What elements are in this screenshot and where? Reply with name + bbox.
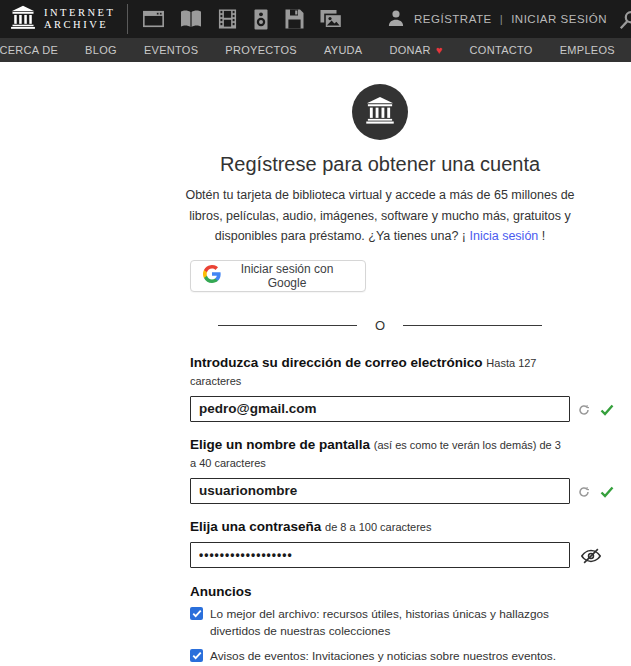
signin-inline-link[interactable]: Inicia sesión: [470, 229, 539, 243]
temple-icon: [365, 95, 395, 129]
spinner-icon: [578, 484, 590, 502]
checkbox-checked-icon[interactable]: [190, 649, 203, 662]
nav-ayuda[interactable]: AYUDA: [324, 44, 363, 56]
search-icon[interactable]: [618, 9, 631, 35]
texts-icon[interactable]: [179, 9, 203, 29]
email-input[interactable]: [190, 396, 570, 422]
screenname-field-group: Elige un nombre de pantalla (así es como…: [190, 435, 570, 504]
video-icon[interactable]: [217, 9, 238, 29]
newsletter-checkbox-label: Lo mejor del archivo: recursos útiles, h…: [210, 606, 570, 640]
person-icon: [386, 8, 406, 30]
announcements-heading: Anuncios: [190, 584, 570, 599]
images-icon[interactable]: [319, 9, 343, 29]
password-input[interactable]: [190, 542, 570, 568]
nav-proyectos[interactable]: PROYECTOS: [225, 44, 297, 56]
screenname-label: Elige un nombre de pantalla (así es como…: [190, 437, 561, 470]
email-field-group: Introduzca su dirección de correo electr…: [190, 353, 570, 422]
signup-form: Regístrese para obtener una cuenta Obtén…: [190, 84, 570, 666]
nav-donar[interactable]: DONAR ♥: [390, 44, 443, 56]
archive-logo-badge: [352, 84, 408, 140]
toggle-password-visibility-button[interactable]: [580, 545, 602, 571]
email-label: Introduzca su dirección de correo electr…: [190, 355, 537, 388]
password-field-group: Elija una contraseña de 8 a 100 caracter…: [190, 517, 570, 568]
valid-check-icon: [600, 484, 614, 502]
audio-icon[interactable]: [252, 9, 270, 30]
software-icon[interactable]: [284, 9, 305, 29]
signin-link[interactable]: INICIAR SESIÓN: [511, 13, 607, 25]
checkbox-checked-icon[interactable]: [190, 607, 203, 620]
events-checkbox-label: Avisos de eventos: Invitaciones y notici…: [210, 648, 556, 665]
nav-eventos[interactable]: EVENTOS: [144, 44, 198, 56]
valid-check-icon: [600, 402, 614, 420]
logo-wordmark: INTERNET ARCHIVE: [44, 7, 115, 31]
temple-icon: [10, 4, 36, 34]
internet-archive-logo[interactable]: INTERNET ARCHIVE: [10, 4, 128, 34]
events-checkbox-row[interactable]: Avisos de eventos: Invitaciones y notici…: [190, 648, 570, 665]
newsletter-checkbox-row[interactable]: Lo mejor del archivo: recursos útiles, h…: [190, 606, 570, 640]
nav-blog[interactable]: BLOG: [85, 44, 117, 56]
announcements-section: Anuncios Lo mejor del archivo: recursos …: [190, 584, 570, 665]
screenname-input[interactable]: [190, 478, 570, 504]
password-hint: de 8 a 100 caracteres: [325, 521, 431, 533]
or-divider: O: [218, 318, 542, 333]
or-divider-label: O: [375, 318, 385, 333]
password-label: Elija una contraseña de 8 a 100 caracter…: [190, 519, 431, 534]
secondary-nav: ACERCA DE BLOG EVENTOS PROYECTOS AYUDA D…: [0, 38, 631, 62]
media-type-icons: [142, 9, 343, 30]
intro-text: Obtén tu tarjeta de biblioteca virtual y…: [178, 185, 582, 247]
topbar: INTERNET ARCHIVE: [0, 0, 631, 38]
nav-contacto[interactable]: CONTACTO: [470, 44, 533, 56]
web-icon[interactable]: [142, 9, 165, 29]
spinner-icon: [578, 402, 590, 420]
google-button-label: Iniciar sesión con Google: [221, 262, 353, 290]
account-area: REGÍSTRATE | INICIAR SESIÓN: [386, 8, 631, 30]
google-logo-icon: [203, 265, 221, 286]
google-signin-button[interactable]: Iniciar sesión con Google: [190, 260, 366, 292]
heart-icon: ♥: [436, 44, 443, 56]
nav-empleos[interactable]: EMPLEOS: [560, 44, 615, 56]
register-link[interactable]: REGÍSTRATE: [414, 13, 492, 25]
account-separator: |: [500, 13, 504, 25]
nav-acerca-de[interactable]: ACERCA DE: [0, 44, 58, 56]
page-title: Regístrese para obtener una cuenta: [190, 153, 570, 176]
